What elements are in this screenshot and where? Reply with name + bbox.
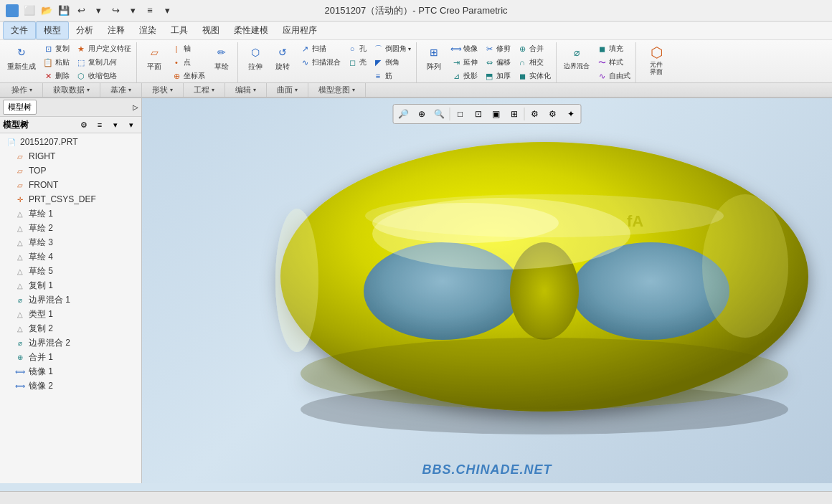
menu-file[interactable]: 文件 (3, 22, 36, 39)
ribbon-label-edit[interactable]: 编辑▾ (225, 83, 267, 97)
btn-axis[interactable]: | 轴 (169, 42, 207, 55)
btn-rib[interactable]: ≡ 筋 (370, 70, 413, 82)
tree-item-sketch3[interactable]: △ 草绘 3 (0, 235, 141, 249)
ribbon-label-shape[interactable]: 形状▾ (142, 83, 184, 97)
btn-chamfer[interactable]: ◤ 倒角 (370, 56, 413, 69)
btn-copy[interactable]: ⊡ 复制 (40, 42, 72, 55)
btn-sweep[interactable]: ↗ 扫描 (297, 42, 343, 55)
tree-item-copy1[interactable]: △ 复制 1 (0, 278, 141, 293)
btn-csys[interactable]: ⊕ 坐标系 (169, 70, 207, 82)
tree-item-mirror1[interactable]: ⟺ 镜像 1 (0, 364, 141, 379)
3d-model[interactable]: fA (257, 130, 831, 452)
btn-copy-geom[interactable]: ⬚ 复制几何 (73, 56, 133, 69)
model-tree[interactable]: 📄 20151207.PRT ▱ RIGHT ▱ TOP ▱ FRONT ✛ P… (0, 133, 141, 483)
btn-solidify[interactable]: ◼ 实体化 (514, 70, 553, 82)
tree-item-right[interactable]: ▱ RIGHT (0, 149, 141, 163)
btn-regenerate[interactable]: ↻ 重新生成 (4, 42, 39, 73)
btn-round[interactable]: ⌒ 倒圆角 ▾ (370, 42, 413, 55)
menu-view[interactable]: 视图 (195, 22, 227, 39)
more-btn[interactable]: ≡ (142, 3, 158, 19)
btn-shrinkwrap[interactable]: ⬡ 收缩包络 (73, 70, 133, 82)
vp-zoom-out[interactable]: 🔍 (431, 106, 448, 122)
vp-frame2[interactable]: ⊡ (470, 106, 487, 122)
btn-project[interactable]: ⊿ 投影 (448, 70, 480, 82)
tree-item-csys[interactable]: ✛ PRT_CSYS_DEF (0, 192, 141, 206)
ribbon-label-model-intent[interactable]: 模型意图▾ (308, 83, 366, 97)
ribbon-label-surface[interactable]: 曲面▾ (267, 83, 308, 97)
btn-style[interactable]: 〜 样式 (594, 56, 633, 69)
btn-user-feature[interactable]: ★ 用户定义特征 (73, 42, 133, 55)
btn-merge[interactable]: ⊕ 合并 (514, 42, 553, 55)
vp-zoom-fit[interactable]: ⊕ (413, 106, 430, 122)
extra-btn[interactable]: ▾ (159, 3, 175, 19)
btn-paste[interactable]: 📋 粘贴 (40, 56, 72, 69)
new-btn[interactable]: ⬜ (22, 3, 37, 19)
tree-item-front[interactable]: ▱ FRONT (0, 178, 141, 192)
btn-hole[interactable]: ○ 孔 (344, 42, 369, 55)
menu-model[interactable]: 模型 (36, 22, 69, 39)
tree-item-sketch1[interactable]: △ 草绘 1 (0, 206, 141, 221)
tree-item-boundary1[interactable]: ⌀ 边界混合 1 (0, 293, 141, 307)
menu-render[interactable]: 渲染 (132, 22, 164, 39)
tree-item-boundary2[interactable]: ⌀ 边界混合 2 (0, 336, 141, 350)
redo-btn[interactable]: ↪ (108, 3, 123, 19)
tree-item-sketch4[interactable]: △ 草绘 4 (0, 249, 141, 264)
btn-mirror[interactable]: ⟺ 镜像 (448, 42, 480, 55)
tree-item-merge1[interactable]: ⊕ 合并 1 (0, 350, 141, 364)
vp-settings[interactable]: ⚙ (526, 106, 544, 122)
btn-boundary-blend[interactable]: ⌀ 边界混合 (561, 42, 592, 72)
vp-extra[interactable]: ✦ (562, 106, 580, 122)
ribbon-label-engineering[interactable]: 工程▾ (184, 83, 225, 97)
btn-point[interactable]: • 点 (169, 56, 207, 69)
viewport[interactable]: 🔎 ⊕ 🔍 □ ⊡ ▣ ⊞ ⚙ ⚙ ✦ (142, 98, 832, 483)
menu-annotation[interactable]: 注释 (100, 22, 132, 39)
tab-model-tree[interactable]: 模型树 (3, 100, 37, 115)
btn-thicken[interactable]: ⬒ 加厚 (481, 70, 513, 82)
tree-expand-btn[interactable]: ▾ (124, 118, 138, 131)
ribbon-label-base[interactable]: 基准▾ (100, 83, 142, 97)
menu-analysis[interactable]: 分析 (69, 22, 100, 39)
open-btn[interactable]: 📂 (39, 3, 55, 19)
tree-item-feature1[interactable]: △ 类型 1 (0, 307, 141, 321)
panel-collapse-btn[interactable]: ▷ (133, 103, 138, 111)
btn-delete[interactable]: ✕ 删除 (40, 70, 72, 82)
vp-zoom-in[interactable]: 🔎 (395, 106, 412, 122)
tree-item-sketch2[interactable]: △ 草绘 2 (0, 221, 141, 235)
vp-settings2[interactable]: ⚙ (544, 106, 562, 122)
btn-blend[interactable]: ∿ 扫描混合 (297, 56, 343, 69)
btn-shell[interactable]: ◻ 壳 (344, 56, 369, 69)
btn-intersect[interactable]: ∩ 相交 (514, 56, 553, 69)
menu-flexible[interactable]: 柔性建模 (227, 22, 275, 39)
btn-offset[interactable]: ⇔ 偏移 (481, 56, 513, 69)
ribbon-label-operations[interactable]: 操作▾ (1, 83, 43, 97)
tree-columns-btn[interactable]: ≡ (93, 118, 107, 131)
redo-arrow[interactable]: ▾ (125, 3, 141, 19)
tree-item-root[interactable]: 📄 20151207.PRT (0, 135, 141, 149)
left-panel: 模型树 ▷ 模型树 ⚙ ≡ ▾ ▾ 📄 20151207.PRT ▱ RIGHT… (0, 98, 142, 483)
btn-extrude[interactable]: ⬡ 拉伸 (242, 42, 268, 73)
btn-freeform[interactable]: ∿ 自由式 (594, 70, 633, 82)
btn-extend[interactable]: ⇥ 延伸 (448, 56, 480, 69)
btn-sketch[interactable]: ✏ 草绘 (209, 42, 235, 73)
btn-plane[interactable]: ▱ 平面 (141, 42, 167, 73)
undo-btn[interactable]: ↩ (73, 3, 89, 19)
tree-item-copy2[interactable]: △ 复制 2 (0, 321, 141, 336)
save-btn[interactable]: 💾 (56, 3, 72, 19)
btn-pattern[interactable]: ⊞ 阵列 (421, 42, 447, 73)
tree-settings-btn[interactable]: ⚙ (77, 118, 91, 131)
vp-frame3[interactable]: ▣ (488, 106, 505, 122)
btn-trim[interactable]: ✂ 修剪 (481, 42, 513, 55)
vp-frame[interactable]: □ (452, 106, 469, 122)
tree-search-btn[interactable]: ▾ (108, 118, 123, 131)
undo-arrow[interactable]: ▾ (90, 3, 106, 19)
tree-item-mirror2[interactable]: ⟺ 镜像 2 (0, 379, 141, 393)
btn-component-interface[interactable]: ⬡ 元件界面 (640, 42, 672, 77)
btn-revolve[interactable]: ↺ 旋转 (270, 42, 296, 73)
tree-item-top[interactable]: ▱ TOP (0, 163, 141, 178)
menu-apps[interactable]: 应用程序 (275, 22, 324, 39)
vp-frame4[interactable]: ⊞ (506, 106, 523, 122)
menu-tools[interactable]: 工具 (164, 22, 195, 39)
tree-item-sketch5[interactable]: △ 草绘 5 (0, 264, 141, 278)
btn-fill[interactable]: ◼ 填充 (594, 42, 633, 55)
ribbon-label-getdata[interactable]: 获取数据▾ (43, 83, 100, 97)
